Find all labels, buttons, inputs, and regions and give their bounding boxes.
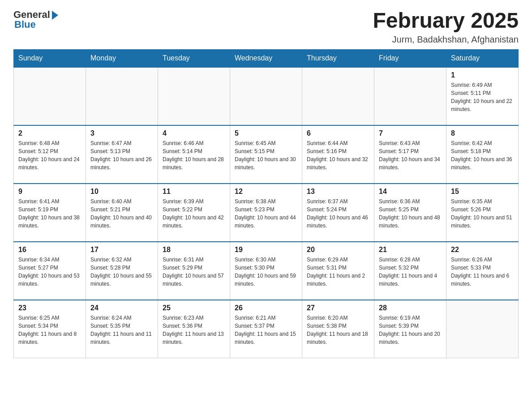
day-number: 25 [163, 304, 225, 312]
day-number: 16 [18, 246, 81, 254]
table-row: 14Sunrise: 6:36 AM Sunset: 5:25 PM Dayli… [374, 184, 446, 242]
logo: General Blue [13, 9, 58, 30]
calendar-week-row: 16Sunrise: 6:34 AM Sunset: 5:27 PM Dayli… [14, 242, 519, 300]
day-info: Sunrise: 6:36 AM Sunset: 5:25 PM Dayligh… [379, 197, 442, 230]
table-row: 12Sunrise: 6:38 AM Sunset: 5:23 PM Dayli… [230, 184, 302, 242]
day-info: Sunrise: 6:25 AM Sunset: 5:34 PM Dayligh… [18, 314, 81, 346]
table-row [302, 67, 374, 125]
header-wednesday: Wednesday [230, 49, 302, 67]
table-row: 13Sunrise: 6:37 AM Sunset: 5:24 PM Dayli… [302, 184, 374, 242]
day-info: Sunrise: 6:49 AM Sunset: 5:11 PM Dayligh… [451, 81, 514, 113]
day-number: 20 [307, 246, 369, 254]
table-row [374, 67, 446, 125]
header-thursday: Thursday [302, 49, 374, 67]
day-info: Sunrise: 6:38 AM Sunset: 5:23 PM Dayligh… [235, 197, 297, 230]
day-number: 1 [451, 71, 514, 79]
logo-blue-text: Blue [14, 19, 36, 30]
day-info: Sunrise: 6:29 AM Sunset: 5:31 PM Dayligh… [307, 256, 369, 288]
day-number: 21 [379, 246, 442, 254]
day-info: Sunrise: 6:45 AM Sunset: 5:15 PM Dayligh… [235, 139, 297, 171]
table-row: 26Sunrise: 6:21 AM Sunset: 5:37 PM Dayli… [230, 300, 302, 358]
day-info: Sunrise: 6:41 AM Sunset: 5:19 PM Dayligh… [18, 197, 81, 230]
header-friday: Friday [374, 49, 446, 67]
table-row: 1Sunrise: 6:49 AM Sunset: 5:11 PM Daylig… [446, 67, 519, 125]
table-row: 17Sunrise: 6:32 AM Sunset: 5:28 PM Dayli… [86, 242, 158, 300]
day-info: Sunrise: 6:40 AM Sunset: 5:21 PM Dayligh… [90, 197, 153, 230]
header-sunday: Sunday [14, 49, 86, 67]
day-number: 17 [90, 246, 153, 254]
day-number: 24 [90, 304, 153, 312]
table-row: 16Sunrise: 6:34 AM Sunset: 5:27 PM Dayli… [14, 242, 86, 300]
day-number: 27 [307, 304, 369, 312]
page-header: General Blue February 2025 Jurm, Badakhs… [13, 9, 519, 45]
table-row: 21Sunrise: 6:28 AM Sunset: 5:32 PM Dayli… [374, 242, 446, 300]
day-number: 10 [90, 188, 153, 196]
header-monday: Monday [86, 49, 158, 67]
day-number: 2 [18, 129, 81, 137]
day-info: Sunrise: 6:19 AM Sunset: 5:39 PM Dayligh… [379, 314, 442, 346]
day-number: 11 [163, 188, 225, 196]
table-row: 6Sunrise: 6:44 AM Sunset: 5:16 PM Daylig… [302, 125, 374, 184]
table-row: 9Sunrise: 6:41 AM Sunset: 5:19 PM Daylig… [14, 184, 86, 242]
table-row: 11Sunrise: 6:39 AM Sunset: 5:22 PM Dayli… [158, 184, 230, 242]
table-row: 25Sunrise: 6:23 AM Sunset: 5:36 PM Dayli… [158, 300, 230, 358]
day-number: 6 [307, 129, 369, 137]
day-number: 9 [18, 188, 81, 196]
table-row: 15Sunrise: 6:35 AM Sunset: 5:26 PM Dayli… [446, 184, 519, 242]
day-number: 4 [163, 129, 225, 137]
table-row: 28Sunrise: 6:19 AM Sunset: 5:39 PM Dayli… [374, 300, 446, 358]
day-info: Sunrise: 6:23 AM Sunset: 5:36 PM Dayligh… [163, 314, 225, 346]
day-number: 22 [451, 246, 514, 254]
day-info: Sunrise: 6:46 AM Sunset: 5:14 PM Dayligh… [163, 139, 225, 171]
day-number: 3 [90, 129, 153, 137]
day-info: Sunrise: 6:26 AM Sunset: 5:33 PM Dayligh… [451, 256, 514, 288]
table-row: 5Sunrise: 6:45 AM Sunset: 5:15 PM Daylig… [230, 125, 302, 184]
day-number: 14 [379, 188, 442, 196]
table-row: 27Sunrise: 6:20 AM Sunset: 5:38 PM Dayli… [302, 300, 374, 358]
table-row: 23Sunrise: 6:25 AM Sunset: 5:34 PM Dayli… [14, 300, 86, 358]
table-row: 18Sunrise: 6:31 AM Sunset: 5:29 PM Dayli… [158, 242, 230, 300]
day-info: Sunrise: 6:37 AM Sunset: 5:24 PM Dayligh… [307, 197, 369, 230]
table-row: 24Sunrise: 6:24 AM Sunset: 5:35 PM Dayli… [86, 300, 158, 358]
day-number: 7 [379, 129, 442, 137]
table-row: 20Sunrise: 6:29 AM Sunset: 5:31 PM Dayli… [302, 242, 374, 300]
day-number: 18 [163, 246, 225, 254]
table-row: 22Sunrise: 6:26 AM Sunset: 5:33 PM Dayli… [446, 242, 519, 300]
header-saturday: Saturday [446, 49, 519, 67]
day-number: 26 [235, 304, 297, 312]
day-info: Sunrise: 6:32 AM Sunset: 5:28 PM Dayligh… [90, 256, 153, 288]
calendar-week-row: 9Sunrise: 6:41 AM Sunset: 5:19 PM Daylig… [14, 184, 519, 242]
table-row [158, 67, 230, 125]
calendar-table: Sunday Monday Tuesday Wednesday Thursday… [13, 49, 519, 359]
day-info: Sunrise: 6:47 AM Sunset: 5:13 PM Dayligh… [90, 139, 153, 171]
day-number: 15 [451, 188, 514, 196]
day-info: Sunrise: 6:28 AM Sunset: 5:32 PM Dayligh… [379, 256, 442, 288]
day-number: 23 [18, 304, 81, 312]
month-title: February 2025 [373, 9, 519, 33]
day-info: Sunrise: 6:39 AM Sunset: 5:22 PM Dayligh… [163, 197, 225, 230]
table-row: 7Sunrise: 6:43 AM Sunset: 5:17 PM Daylig… [374, 125, 446, 184]
day-number: 12 [235, 188, 297, 196]
day-info: Sunrise: 6:31 AM Sunset: 5:29 PM Dayligh… [163, 256, 225, 288]
table-row [230, 67, 302, 125]
day-number: 13 [307, 188, 369, 196]
calendar-week-row: 2Sunrise: 6:48 AM Sunset: 5:12 PM Daylig… [14, 125, 519, 184]
day-info: Sunrise: 6:34 AM Sunset: 5:27 PM Dayligh… [18, 256, 81, 288]
table-row: 3Sunrise: 6:47 AM Sunset: 5:13 PM Daylig… [86, 125, 158, 184]
table-row: 10Sunrise: 6:40 AM Sunset: 5:21 PM Dayli… [86, 184, 158, 242]
day-number: 28 [379, 304, 442, 312]
calendar-week-row: 1Sunrise: 6:49 AM Sunset: 5:11 PM Daylig… [14, 67, 519, 125]
title-block: February 2025 Jurm, Badakhshan, Afghanis… [373, 9, 519, 45]
day-info: Sunrise: 6:48 AM Sunset: 5:12 PM Dayligh… [18, 139, 81, 171]
table-row [86, 67, 158, 125]
day-info: Sunrise: 6:44 AM Sunset: 5:16 PM Dayligh… [307, 139, 369, 171]
logo-arrow-icon [52, 11, 58, 20]
day-number: 5 [235, 129, 297, 137]
day-info: Sunrise: 6:43 AM Sunset: 5:17 PM Dayligh… [379, 139, 442, 171]
day-info: Sunrise: 6:24 AM Sunset: 5:35 PM Dayligh… [90, 314, 153, 346]
table-row: 8Sunrise: 6:42 AM Sunset: 5:18 PM Daylig… [446, 125, 519, 184]
day-number: 8 [451, 129, 514, 137]
calendar-header-row: Sunday Monday Tuesday Wednesday Thursday… [14, 49, 519, 67]
day-info: Sunrise: 6:20 AM Sunset: 5:38 PM Dayligh… [307, 314, 369, 346]
location-text: Jurm, Badakhshan, Afghanistan [373, 34, 519, 45]
